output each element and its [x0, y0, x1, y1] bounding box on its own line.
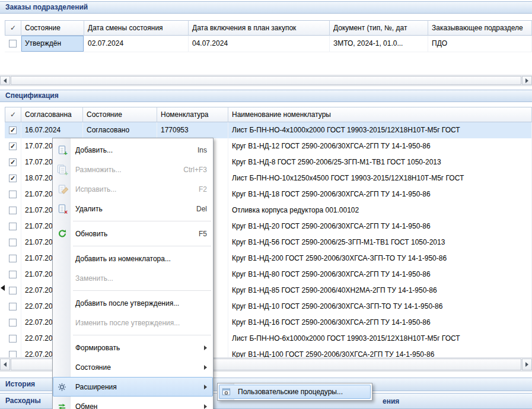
checkbox-cell	[5, 218, 21, 234]
row-checkbox[interactable]	[9, 239, 17, 246]
menu-item-duplicate[interactable]: +Размножить...Ctrl+F3	[53, 160, 213, 179]
menu-item-replace[interactable]: Заменить...	[53, 268, 213, 288]
scroll-right-button[interactable]	[522, 76, 532, 85]
column-header[interactable]: Номенклатура	[157, 107, 228, 122]
cell: 16.07.2024	[21, 122, 83, 138]
column-header[interactable]: Согласованна	[21, 107, 83, 122]
menu-item-state[interactable]: Состояние	[53, 357, 213, 377]
expense-panel-title-fragment: ения	[383, 394, 399, 409]
column-header[interactable]: Дата включения в план закупок	[189, 20, 330, 36]
row-checkbox[interactable]	[9, 335, 17, 343]
checkbox-cell	[5, 251, 21, 267]
checkbox-cell	[5, 283, 21, 299]
menu-item-form[interactable]: Формировать	[53, 338, 213, 357]
select-all-column-header[interactable]: ✓	[5, 107, 21, 122]
menu-item-extensions[interactable]: Расширения	[53, 377, 213, 397]
row-checkbox[interactable]	[9, 319, 17, 326]
cell: Согласовано	[83, 122, 157, 138]
table-row[interactable]: Утверждён02.07.202404.07.2024ЗМТО, 2024-…	[5, 36, 532, 52]
expense-panel-title: Расходны	[5, 397, 41, 405]
menu-item-label: Обновить	[75, 230, 107, 238]
menu-item-edit-after-approval[interactable]: Изменить после утверждения...	[53, 313, 213, 332]
row-checkbox[interactable]	[9, 191, 17, 198]
scrollbar-thumb[interactable]	[11, 76, 521, 85]
extensions-submenu: Пользовательские процедуры...	[217, 383, 372, 401]
menu-item-label: Удалить	[75, 205, 103, 213]
row-checkbox[interactable]: ✓	[9, 142, 17, 150]
scroll-left-button[interactable]	[0, 359, 10, 370]
menu-item-add[interactable]: +Добавить...Ins	[53, 140, 213, 160]
cell: Круг В1-НД-56 ГОСТ 2590-2006/25-ЗГП-М1-Т…	[228, 234, 532, 251]
cell: 02.07.2024	[84, 36, 189, 52]
row-checkbox[interactable]	[9, 255, 17, 262]
cell: Круг В1-НД-10 ГОСТ 2590-2006/30ХГСА-ЗГП-…	[228, 299, 532, 315]
menu-item-exchange[interactable]: Обмен	[53, 397, 213, 409]
orders-hscrollbar[interactable]	[0, 75, 532, 86]
cell: Круг В1-НД-85 ГОСТ 2590-2006/40ХН2МА-2ГП…	[228, 283, 532, 299]
row-checkbox[interactable]	[9, 40, 17, 47]
cell: Лист Б-ПН-НО-10х1250х4500 ГОСТ 19903-201…	[228, 170, 532, 186]
row-checkbox[interactable]	[9, 223, 17, 230]
menu-item-edit[interactable]: Исправить...F2	[53, 179, 213, 199]
cell: Круг В1-НД-200 ГОСТ 2590-2006/30ХГСА-ЗГП…	[228, 251, 532, 267]
orders-panel-header: Заказы подразделений	[0, 1, 532, 14]
submenu-arrow-icon	[204, 404, 207, 409]
cell: Круг В1-НД-20 ГОСТ 2590-2006/30ХГСА-2ГП …	[228, 218, 532, 234]
menu-item-label: Добавить...	[75, 146, 113, 154]
row-checkbox[interactable]	[9, 351, 17, 357]
column-header[interactable]: Документ (тип, №, дат	[330, 20, 428, 36]
submenu-arrow-icon	[204, 345, 207, 350]
cell: Круг В1-НД-80 ГОСТ 2590-2006/30ХГСА-2ГП …	[228, 267, 532, 283]
cell: Утверждён	[21, 36, 84, 52]
checkbox-cell	[5, 36, 21, 52]
menu-item-label: Расширения	[75, 383, 117, 391]
menu-item-shortcut: F2	[199, 185, 207, 194]
cell: Круг В1-НД-18 ГОСТ 2590-2006/30ХГСА-2ГП …	[228, 186, 532, 202]
user-procedures-icon	[221, 386, 232, 398]
exchange-icon	[56, 401, 68, 409]
row-checkbox[interactable]: ✓	[9, 175, 17, 182]
column-header[interactable]: Дата смены состояния	[84, 20, 189, 36]
row-checkbox[interactable]	[9, 303, 17, 310]
table-row[interactable]: ✓16.07.2024Согласовано1770953Лист Б-ПН-Н…	[5, 122, 532, 138]
cell: ЗМТО, 2024-1, 01.0...	[330, 36, 428, 52]
orders-table-body: Утверждён02.07.202404.07.2024ЗМТО, 2024-…	[5, 36, 532, 69]
menu-separator	[53, 288, 213, 293]
row-checkbox[interactable]	[9, 207, 17, 214]
menu-item-user-procedures[interactable]: Пользовательские процедуры...	[219, 385, 371, 399]
menu-item-add-after-approval[interactable]: Добавить после утверждения...	[53, 293, 213, 313]
menu-item-refresh[interactable]: ОбновитьF5	[53, 224, 213, 243]
menu-item-label: Добавить из номенклатора...	[75, 255, 171, 263]
menu-item-label: Состояние	[75, 363, 111, 372]
extensions-icon	[56, 381, 68, 392]
menu-item-delete[interactable]: ×УдалитьDel	[53, 199, 213, 218]
menu-item-label: Размножить...	[75, 166, 122, 174]
spec-panel-title: Спецификация	[5, 91, 59, 100]
column-header[interactable]: Состояние	[83, 107, 157, 122]
menu-item-add-from-nomenclator[interactable]: Добавить из номенклатора...	[53, 249, 213, 268]
checkbox-cell: ✓	[5, 170, 21, 186]
column-header[interactable]: Состояние	[21, 20, 84, 36]
column-header[interactable]: Заказывающее подразделе	[428, 20, 532, 36]
select-all-column-header[interactable]: ✓	[5, 20, 21, 36]
column-header[interactable]: Наименование номенклатуры	[228, 107, 532, 122]
scroll-right-button[interactable]	[522, 359, 532, 370]
checkbox-cell	[5, 186, 21, 202]
row-checkbox[interactable]	[9, 271, 17, 278]
row-checkbox[interactable]: ✓	[9, 158, 17, 166]
scroll-left-button[interactable]	[0, 76, 10, 85]
cell: Круг В1-НД-8 ГОСТ 2590-2006/25-ЗГП-М1-ТВ…	[228, 154, 532, 170]
scroll-right-icon	[525, 78, 528, 83]
row-checkbox[interactable]: ✓	[9, 126, 17, 134]
cell: Лист Б-ПН-НО-6х1000х2000 ГОСТ 19903-2015…	[228, 331, 532, 347]
scroll-left-icon	[4, 362, 7, 367]
menu-item-label: Обмен	[75, 402, 98, 409]
cell: Лист Б-ПН-НО-4х1000х2000 ГОСТ 19903-2015…	[228, 122, 532, 138]
edit-document-icon	[56, 183, 68, 195]
menu-item-label: Формировать	[75, 344, 120, 352]
cell: Круг В1-НД-16 ГОСТ 2590-2006/30ХГСА-2ГП …	[228, 315, 532, 331]
checkbox-cell: ✓	[5, 122, 21, 138]
splitter-arrow-icon[interactable]	[1, 285, 5, 291]
row-checkbox[interactable]	[9, 287, 17, 294]
app-root: Заказы подразделений ✓СостояниеДата смен…	[0, 0, 532, 409]
